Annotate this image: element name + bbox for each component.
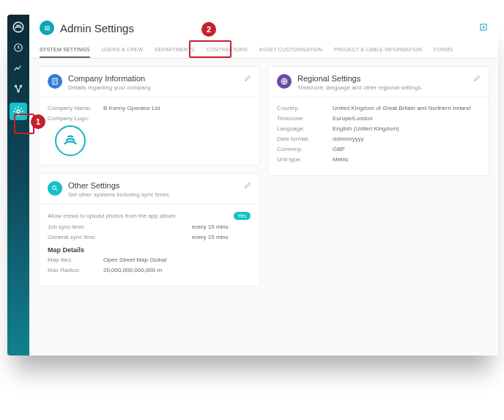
tab-project-cable[interactable]: PROJECT & CABLE INFORMATION <box>334 41 422 58</box>
annotation-marker-1: 1 <box>31 114 45 129</box>
globe-icon <box>277 74 292 89</box>
max-radius-value: 20,000,000,000,000 m <box>103 267 162 273</box>
edit-pencil-icon[interactable] <box>244 181 252 191</box>
menu-toggle-icon[interactable] <box>40 21 54 35</box>
unittype-label: Unit type: <box>277 156 328 163</box>
company-card-title: Company Information <box>68 74 151 83</box>
company-name-value: B Kenny Operator Ltd <box>103 105 160 111</box>
tab-forms[interactable]: FORMS <box>434 41 453 58</box>
settings-gear-icon[interactable] <box>10 103 27 120</box>
annotation-marker-2: 2 <box>201 22 216 37</box>
language-value: English (United Kingdom) <box>333 125 399 132</box>
timezone-label: Timezone: <box>277 115 328 122</box>
map-tiles-value: Open Street Map Global <box>103 257 166 263</box>
tab-users-crew[interactable]: USERS & CREW <box>102 41 143 58</box>
job-sync-value: every 15 mins <box>192 224 251 230</box>
general-sync-value: every 15 mins <box>192 234 251 240</box>
left-column: Company Information Details regarding yo… <box>38 66 260 287</box>
app-window: Admin Settings SYSTEM SETTINGS USERS & C… <box>7 15 498 355</box>
currency-value: GBP <box>333 146 345 152</box>
tab-contractors[interactable]: CONTRACTORS <box>207 41 248 58</box>
other-card-subtitle: Set other systems including sync times. <box>68 191 171 198</box>
tab-departments[interactable]: DEPARTMENTS <box>155 41 194 58</box>
unittype-value: Metric <box>333 156 349 163</box>
regional-card-subtitle: Timezone, language and other regional se… <box>297 84 423 91</box>
building-icon <box>48 74 62 89</box>
page-title: Admin Settings <box>60 22 134 34</box>
allow-upload-label: Allow crews to upload photos from the ap… <box>48 213 176 219</box>
dateformat-label: Date format: <box>277 136 328 142</box>
main-area: Admin Settings SYSTEM SETTINGS USERS & C… <box>29 15 498 355</box>
map-details-heading: Map Details <box>48 246 251 254</box>
yes-badge: Yes <box>234 212 251 220</box>
company-name-label: Company Name: <box>48 105 99 111</box>
country-value: United Kingdom of Great Britain and Nort… <box>333 105 471 111</box>
language-label: Language: <box>277 125 328 132</box>
regional-card-header: Regional Settings Timezone, language and… <box>268 67 489 97</box>
logo-icon[interactable] <box>12 21 25 34</box>
currency-label: Currency: <box>277 146 328 152</box>
svg-point-5 <box>17 110 20 113</box>
company-card-subtitle: Details regarding your company <box>68 84 151 91</box>
network-icon[interactable] <box>12 82 25 95</box>
sidebar <box>7 15 29 355</box>
edit-pencil-icon[interactable] <box>244 74 252 84</box>
wrench-icon <box>48 181 62 196</box>
tabs: SYSTEM SETTINGS USERS & CREW DEPARTMENTS… <box>29 41 498 59</box>
general-sync-label: General sync time: <box>48 234 97 240</box>
svg-point-2 <box>15 85 16 86</box>
job-sync-label: Job sync time: <box>48 224 85 230</box>
expand-icon[interactable] <box>479 21 488 34</box>
timezone-value: Europe/London <box>333 115 373 122</box>
max-radius-label: Max Radius: <box>48 267 99 273</box>
content-grid: Company Information Details regarding yo… <box>29 59 498 294</box>
dateformat-value: dd/mm/yyyy <box>333 136 364 142</box>
regional-card: Regional Settings Timezone, language and… <box>267 66 489 176</box>
other-card-title: Other Settings <box>68 181 171 190</box>
company-logo-label: Company Logo: <box>48 115 99 122</box>
tab-system-settings[interactable]: SYSTEM SETTINGS <box>40 41 90 58</box>
dashboard-icon[interactable] <box>12 41 25 54</box>
company-card-header: Company Information Details regarding yo… <box>39 67 259 97</box>
other-card-header: Other Settings Set other systems includi… <box>39 174 259 205</box>
tab-asset-customisation[interactable]: ASSET CUSTOMISATION <box>259 41 322 58</box>
regional-card-title: Regional Settings <box>297 74 423 83</box>
svg-rect-7 <box>53 78 57 84</box>
edit-pencil-icon[interactable] <box>473 74 481 84</box>
map-tiles-label: Map tiles: <box>48 257 99 263</box>
other-settings-card: Other Settings Set other systems includi… <box>38 173 260 287</box>
header: Admin Settings <box>29 15 498 41</box>
svg-point-4 <box>18 90 19 92</box>
country-label: Country: <box>277 105 328 111</box>
company-logo-icon <box>55 125 86 156</box>
analytics-icon[interactable] <box>12 62 25 75</box>
company-card: Company Information Details regarding yo… <box>38 66 260 166</box>
svg-point-8 <box>53 186 56 190</box>
svg-point-3 <box>20 85 21 86</box>
